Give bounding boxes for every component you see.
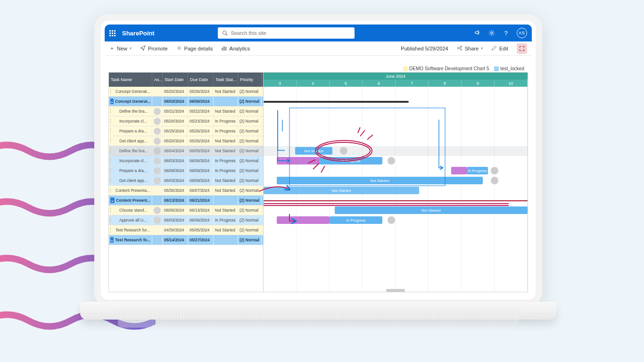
col-assignee[interactable]: As... — [152, 73, 163, 87]
task-name: Choose stand... — [110, 208, 148, 213]
task-row[interactable]: Prepare a dra...05/25/202405/26/2024In P… — [109, 126, 263, 136]
gantt-row — [264, 235, 528, 245]
cell-stat — [214, 196, 238, 205]
task-row[interactable]: ⌄Concept Generat...06/03/202406/09/2024(… — [109, 97, 263, 107]
gear-icon — [176, 45, 182, 52]
cell-stat: In Progress — [214, 156, 238, 165]
task-row[interactable]: Approve all U...06/03/202406/06/2024In P… — [109, 215, 263, 225]
col-task[interactable]: Task Name — [109, 73, 152, 87]
col-start[interactable]: Start Date — [163, 73, 188, 87]
gantt-canvas[interactable]: Not StartedIn ProgressIn ProgressNot Sta… — [264, 87, 528, 292]
gantt-row — [264, 97, 528, 107]
task-row[interactable]: Incorporate cl...06/03/202406/06/2024In … — [109, 156, 263, 166]
cell-pri: (2) Normal — [238, 206, 262, 215]
assignee-cell — [152, 176, 163, 185]
help-icon[interactable]: ? — [503, 30, 509, 36]
task-row[interactable]: Incorporate cl...05/20/202405/23/2024In … — [109, 116, 263, 126]
expand-toggle[interactable]: ⌄ — [110, 237, 114, 243]
cell-start: 06/03/2024 — [163, 176, 188, 185]
assignee-cell — [152, 196, 163, 205]
published-date: Published 5/29/2024 — [401, 46, 448, 51]
task-name: Content Presenta... — [110, 188, 150, 193]
task-row[interactable]: ⌄Test Research fo...05/14/202405/27/2024… — [109, 235, 263, 245]
cell-due: 06/21/2024 — [188, 196, 214, 205]
megaphone-icon[interactable] — [474, 30, 481, 36]
task-name: Test Research fo... — [115, 238, 150, 242]
task-name: Prepare a dra... — [110, 168, 147, 173]
task-row[interactable]: Get client app...06/03/202406/09/2024Not… — [109, 176, 263, 186]
app-launcher-icon[interactable] — [109, 30, 116, 36]
sharepoint-header: SharePoint ? KS — [105, 25, 532, 41]
cell-stat: Not Started — [214, 107, 238, 116]
search-input[interactable] — [231, 30, 351, 36]
cell-stat: Not Started — [214, 206, 238, 215]
avatar-icon — [154, 157, 161, 165]
gantt-row — [264, 136, 528, 146]
col-priority[interactable]: Priority — [238, 73, 262, 87]
avatar-icon — [154, 118, 161, 125]
search-box[interactable] — [218, 27, 355, 39]
app-brand: SharePoint — [122, 30, 155, 37]
cell-due: 05/05/2024 — [188, 225, 214, 235]
task-row[interactable]: Get client app...05/20/202405/26/2024Not… — [109, 136, 263, 146]
task-bar[interactable]: Not Started — [264, 187, 419, 194]
cell-due: 06/07/2024 — [188, 186, 214, 195]
task-row[interactable]: Content Presenta...05/30/202406/07/2024N… — [109, 186, 263, 196]
task-row[interactable]: Prepare a dra...06/08/202406/09/2024In P… — [109, 166, 263, 176]
settings-icon[interactable] — [488, 30, 495, 36]
horizontal-scrollbar[interactable] — [386, 289, 405, 292]
gantt-row: In Progress — [264, 156, 528, 166]
cell-pri: (2) Normal — [238, 186, 262, 195]
collapse-button[interactable] — [517, 43, 527, 54]
screen: SharePoint ? KS ＋New▾ Promote Page detai… — [105, 25, 532, 296]
chart-legend: DEMO Software Development Chart 5 test_l… — [108, 65, 528, 72]
assignee-cell — [152, 186, 163, 195]
cell-pri: (2) Normal — [238, 97, 262, 106]
cell-start: 05/20/2024 — [163, 87, 188, 96]
task-bar[interactable]: In Progress — [319, 157, 382, 165]
summary-bar[interactable] — [264, 200, 528, 201]
task-bar[interactable]: Not Started — [335, 206, 528, 214]
task-row[interactable]: Define the bra...05/21/202405/22/2024Not… — [109, 107, 263, 116]
summary-bar[interactable] — [264, 101, 409, 103]
share-icon — [457, 45, 462, 52]
cell-stat: Not Started — [214, 225, 238, 235]
expand-toggle[interactable]: ⌄ — [110, 197, 115, 203]
task-bar[interactable]: Not Started — [295, 147, 332, 155]
task-bar-progress[interactable] — [277, 216, 330, 224]
task-row[interactable]: ⌄Content Present...06/13/202406/21/2024(… — [109, 196, 263, 206]
promote-button[interactable]: Promote — [140, 45, 168, 52]
timeline-day: 8 — [429, 80, 462, 87]
task-row[interactable]: Concept Generati...05/20/202405/26/2024N… — [109, 87, 263, 97]
task-name: Approve all U... — [110, 218, 147, 222]
task-name: Incorporate cl... — [110, 119, 147, 123]
new-button[interactable]: ＋New▾ — [109, 45, 132, 52]
gantt-row — [264, 225, 528, 235]
cell-stat: Not Started — [214, 87, 238, 96]
cell-due: 06/13/2024 — [188, 206, 214, 215]
task-row[interactable]: Test Research for...04/30/202405/05/2024… — [109, 225, 263, 235]
expand-toggle[interactable]: ⌄ — [110, 99, 114, 104]
share-button[interactable]: Share▾ — [457, 45, 483, 52]
page-details-button[interactable]: Page details — [176, 45, 213, 52]
col-due[interactable]: Due Date — [188, 73, 214, 87]
task-row[interactable]: Choose stand...06/05/202406/13/2024Not S… — [109, 206, 263, 215]
svg-point-9 — [460, 49, 462, 50]
avatar-icon — [154, 217, 161, 224]
task-bar[interactable]: In Progress — [330, 216, 382, 224]
user-avatar[interactable]: KS — [517, 28, 527, 38]
chevron-down-icon: ▾ — [481, 46, 483, 50]
laptop-frame: SharePoint ? KS ＋New▾ Promote Page detai… — [94, 14, 542, 306]
task-bar[interactable]: In Progress — [467, 167, 488, 174]
task-bar-progress[interactable] — [277, 157, 319, 165]
pencil-icon — [491, 45, 497, 52]
avatar-icon — [154, 177, 161, 184]
task-bar-progress[interactable] — [451, 167, 467, 174]
cell-pri: (2) Normal — [238, 87, 262, 96]
analytics-button[interactable]: Analytics — [221, 45, 250, 52]
edit-button[interactable]: Edit — [491, 45, 508, 52]
avatar-icon — [154, 207, 161, 214]
task-bar[interactable]: Not Started — [277, 177, 483, 184]
avatar-icon — [154, 167, 161, 174]
col-status[interactable]: Task Stat... — [214, 73, 238, 87]
